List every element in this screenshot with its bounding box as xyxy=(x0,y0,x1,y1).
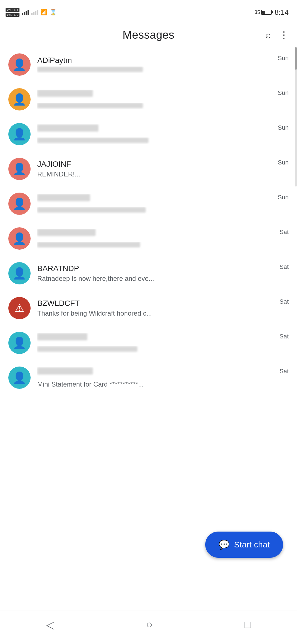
avatar: 👤 xyxy=(8,193,31,215)
person-icon: 👤 xyxy=(13,58,26,71)
message-content xyxy=(37,333,277,353)
contact-name: JAJIOINF xyxy=(37,160,275,169)
page-title: Messages xyxy=(123,29,174,41)
contact-name: BZWLDCFT xyxy=(37,299,277,308)
person-icon: 👤 xyxy=(13,93,26,106)
battery-level: 35 xyxy=(254,9,260,15)
avatar: ⚠ xyxy=(8,297,31,319)
message-content: Mini Statement for Card ***********... xyxy=(37,367,277,388)
message-time: Sat xyxy=(279,332,289,340)
avatar: 👤 xyxy=(8,158,31,180)
blurred-preview xyxy=(37,207,146,213)
person-icon: 👤 xyxy=(13,267,26,280)
message-content xyxy=(37,90,275,109)
avatar: 👤 xyxy=(8,332,31,354)
blurred-preview xyxy=(37,346,137,352)
person-icon: 👤 xyxy=(13,336,26,350)
avatar: 👤 xyxy=(8,123,31,145)
list-item[interactable]: 👤 Sat xyxy=(0,221,297,256)
person-icon: 👤 xyxy=(13,128,26,141)
battery-icon xyxy=(261,10,272,15)
status-time: 8:14 xyxy=(274,8,289,17)
status-right: 35 8:14 xyxy=(254,8,289,17)
start-chat-button[interactable]: 💬 Start chat xyxy=(205,532,283,558)
status-left: VoLTE 1 VoLTE 2 📶 ⌛ xyxy=(6,8,57,17)
message-time: Sat xyxy=(279,297,289,305)
volte-badges: VoLTE 1 VoLTE 2 xyxy=(6,8,19,17)
message-content xyxy=(37,194,275,214)
signal-bars-2 xyxy=(31,9,38,15)
blurred-name xyxy=(37,367,93,375)
contact-name xyxy=(37,333,277,345)
wifi-icon: 📶 xyxy=(41,9,48,16)
blurred-name xyxy=(37,90,93,97)
blurred-preview xyxy=(37,103,143,108)
list-item[interactable]: 👤 JAJIOINF REMINDER!... Sun xyxy=(0,152,297,186)
bar4 xyxy=(37,10,38,15)
message-time: Sat xyxy=(279,262,289,271)
blurred-preview xyxy=(37,137,148,143)
recents-button[interactable]: □ xyxy=(245,619,251,631)
bar1 xyxy=(31,13,33,15)
blurred-preview xyxy=(37,67,143,72)
contact-name xyxy=(37,367,277,379)
person-icon: 👤 xyxy=(13,197,26,210)
message-time: Sat xyxy=(279,367,289,375)
list-item[interactable]: 👤 ADiPaytm Sun xyxy=(0,47,297,82)
message-preview xyxy=(37,137,275,144)
message-content xyxy=(37,229,277,249)
battery-indicator: 35 xyxy=(254,9,272,15)
message-list: 👤 ADiPaytm Sun 👤 Sun 👤 xyxy=(0,47,297,395)
battery-fill xyxy=(262,11,265,14)
message-time: Sun xyxy=(278,158,289,166)
list-item[interactable]: 👤 Sun xyxy=(0,82,297,117)
blurred-name xyxy=(37,229,96,236)
nav-bar: ◁ ○ □ xyxy=(0,611,297,644)
more-options-icon[interactable]: ⋮ xyxy=(279,29,289,40)
message-content xyxy=(37,124,275,144)
search-icon[interactable]: ⌕ xyxy=(265,30,271,40)
bar1 xyxy=(22,13,23,15)
message-time: Sun xyxy=(278,53,289,62)
back-button[interactable]: ◁ xyxy=(46,619,54,631)
app-header: Messages ⌕ ⋮ xyxy=(0,22,297,47)
volte1-badge: VoLTE 1 xyxy=(6,8,19,12)
list-item[interactable]: ⚠ BZWLDCFT Thanks for being Wildcraft ho… xyxy=(0,291,297,326)
list-item[interactable]: 👤 Sun xyxy=(0,117,297,152)
alert-icon: ⚠ xyxy=(15,302,24,314)
bar4 xyxy=(28,10,29,15)
contact-name xyxy=(37,194,275,205)
message-content: JAJIOINF REMINDER!... xyxy=(37,160,275,178)
message-time: Sun xyxy=(278,193,289,201)
message-preview xyxy=(37,346,277,353)
list-item[interactable]: 👤 Sat xyxy=(0,326,297,360)
contact-name xyxy=(37,90,275,101)
header-actions: ⌕ ⋮ xyxy=(265,29,289,40)
message-time: Sat xyxy=(279,227,289,236)
avatar: 👤 xyxy=(8,367,31,389)
blurred-name xyxy=(37,333,87,340)
message-preview xyxy=(37,207,275,214)
contact-name: BARATNDP xyxy=(37,264,277,273)
message-content: ADiPaytm xyxy=(37,56,275,73)
avatar: 👤 xyxy=(8,262,31,284)
contact-name xyxy=(37,229,277,240)
list-item[interactable]: 👤 BARATNDP Ratnadeep is now here,there a… xyxy=(0,256,297,291)
avatar: 👤 xyxy=(8,88,31,110)
contact-name: ADiPaytm xyxy=(37,56,275,65)
home-button[interactable]: ○ xyxy=(146,619,153,631)
blurred-preview xyxy=(37,242,140,247)
message-content: BZWLDCFT Thanks for being Wildcraft hono… xyxy=(37,299,277,317)
message-time: Sun xyxy=(278,123,289,131)
hourglass-icon: ⌛ xyxy=(50,9,57,16)
list-item[interactable]: 👤 Sun xyxy=(0,186,297,221)
list-item[interactable]: 👤 Mini Statement for Card ***********...… xyxy=(0,360,297,395)
bar2 xyxy=(24,12,25,15)
person-icon: 👤 xyxy=(13,232,26,245)
message-preview: REMINDER!... xyxy=(37,170,275,178)
contact-name xyxy=(37,124,275,136)
volte2-badge: VoLTE 2 xyxy=(6,13,19,17)
message-preview xyxy=(37,103,275,109)
bar2 xyxy=(33,12,34,15)
person-icon: 👤 xyxy=(13,163,26,176)
